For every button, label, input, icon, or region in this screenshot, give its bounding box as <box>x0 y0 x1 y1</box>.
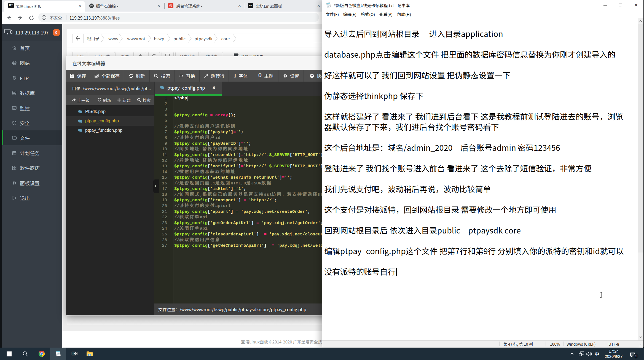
svg-text:微: 微 <box>169 3 172 8</box>
svg-text:?: ? <box>311 74 313 77</box>
